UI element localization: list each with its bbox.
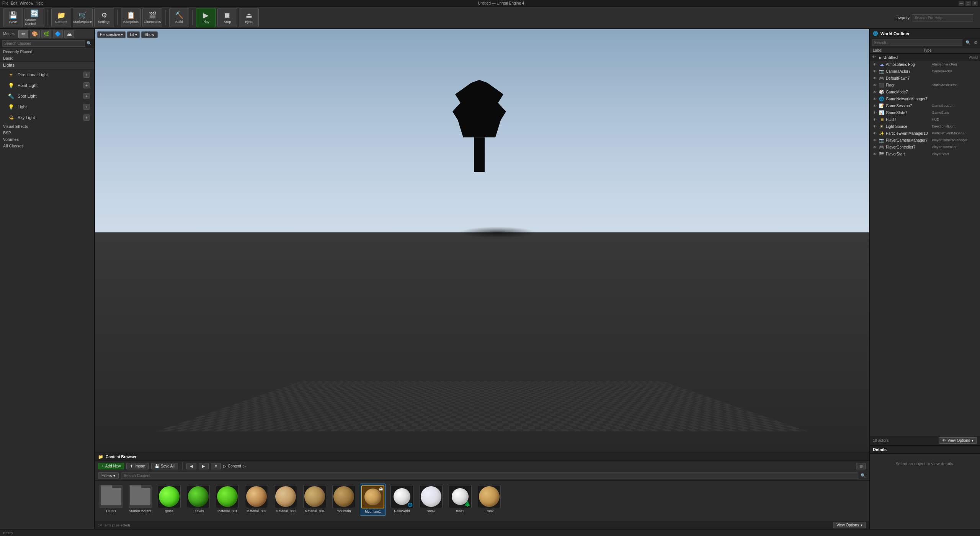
- outliner-row-gamemode[interactable]: 👁 🎲 GameMode7: [870, 88, 980, 95]
- asset-item-grass[interactable]: grass: [156, 484, 182, 515]
- settings-button[interactable]: ⚙ Settings: [94, 8, 114, 27]
- asset-item-startercontent[interactable]: StarterContent: [127, 484, 153, 515]
- asset-item-tree1[interactable]: 🌲 tree1: [447, 484, 473, 515]
- visual-effects-section[interactable]: Visual Effects: [0, 123, 94, 129]
- app-menu-file[interactable]: File: [2, 1, 8, 5]
- content-browser-content[interactable]: HLOD StarterContent: [95, 480, 869, 521]
- cb-nav-fwd[interactable]: ▶: [199, 463, 209, 469]
- title-close[interactable]: ✕: [972, 1, 978, 6]
- mode-foliage[interactable]: 🌿: [41, 30, 51, 38]
- asset-item-leaves[interactable]: Leaves: [185, 484, 211, 515]
- viewport[interactable]: Perspective ▾ Lit ▾ Show: [95, 29, 869, 453]
- panel-item-light[interactable]: 💡 Light +: [0, 101, 94, 112]
- viewport-show-button[interactable]: Show: [141, 31, 158, 38]
- asset-item-material004[interactable]: Material_004: [302, 484, 328, 515]
- outliner-row-gamestate[interactable]: 👁 📊 GameState7 GameState: [870, 109, 980, 116]
- mode-paint[interactable]: 🎨: [30, 30, 40, 38]
- asset-item-mountain[interactable]: mountain: [331, 484, 357, 515]
- point-light-label: Point Light: [18, 83, 80, 88]
- asset-item-trunk[interactable]: Trunk: [476, 484, 502, 515]
- outliner-row-atmosfog[interactable]: 👁 ☁ Atmospheric Fog AtmosphericFog: [870, 61, 980, 68]
- mode-geometry[interactable]: 🔷: [53, 30, 63, 38]
- all-classes-section[interactable]: All Classes: [0, 142, 94, 149]
- basic-section[interactable]: Basic: [0, 55, 94, 61]
- cb-maximize[interactable]: ⊞: [856, 463, 866, 469]
- content-button[interactable]: 📁 Content: [51, 8, 71, 27]
- spot-light-icon: 🔦: [8, 93, 15, 100]
- outliner-row-playercontroller[interactable]: 👁 🎮 PlayerController7 PlayerController: [870, 144, 980, 150]
- cinematics-button[interactable]: 🎬 Cinematics: [142, 8, 162, 27]
- import-button[interactable]: ⬆ Import: [126, 463, 149, 469]
- outliner-search-input[interactable]: [872, 39, 962, 46]
- save-button[interactable]: 💾 Save: [3, 8, 23, 27]
- marketplace-button[interactable]: 🛒 Marketplace: [73, 8, 93, 27]
- asset-item-newworld[interactable]: 🌐 NewWorld: [389, 484, 415, 515]
- outliner-row-playercamera[interactable]: 👁 📷 PlayerCameraManager7 PlayerCameraMan…: [870, 137, 980, 144]
- sky-light-add[interactable]: +: [83, 114, 90, 121]
- eye-floor-icon: 👁: [872, 82, 877, 88]
- volumes-section[interactable]: Volumes: [0, 136, 94, 142]
- gamestate-type: GameState: [932, 111, 978, 114]
- outliner-row-gamesession[interactable]: 👁 📝 GameSession7 GameSession: [870, 102, 980, 109]
- viewport-view-mode-dropdown[interactable]: Lit ▾: [127, 31, 140, 38]
- asset-item-material003[interactable]: Material_003: [273, 484, 299, 515]
- lights-section[interactable]: Lights: [0, 61, 94, 69]
- classes-search-input[interactable]: [2, 40, 85, 47]
- outliner-row-gamenetwork[interactable]: 👁 🌐 GameNetworkManager7: [870, 95, 980, 102]
- directional-light-add[interactable]: +: [83, 72, 90, 78]
- title-minimize[interactable]: —: [959, 1, 964, 6]
- stop-button[interactable]: ⏹ Stop: [217, 8, 237, 27]
- build-button[interactable]: 🔨 Build: [169, 8, 189, 27]
- cb-view-options[interactable]: View Options ▾: [833, 522, 866, 528]
- asset-item-snow[interactable]: Snow: [418, 484, 444, 515]
- build-icon: 🔨: [175, 12, 183, 19]
- outliner-row-hud[interactable]: 👁 🖥 HUD7 HUD: [870, 116, 980, 123]
- spot-light-add[interactable]: +: [83, 93, 90, 99]
- outliner-row-camera[interactable]: 👁 📷 CameraActor7 CameraActor: [870, 68, 980, 75]
- play-button[interactable]: ▶ Play: [196, 8, 216, 27]
- asset-item-mountain1[interactable]: 🏔 Mountain1: [360, 484, 386, 516]
- content-search-input[interactable]: [121, 472, 858, 479]
- blueprints-button[interactable]: 📋 Blueprints: [121, 8, 141, 27]
- outliner-settings-icon[interactable]: ⚙: [974, 40, 978, 45]
- filters-button[interactable]: Filters ▾: [98, 472, 119, 479]
- point-light-add[interactable]: +: [83, 82, 90, 88]
- source-control-button[interactable]: 🔄 Source Control: [24, 8, 44, 27]
- viewport-perspective-dropdown[interactable]: Perspective ▾: [97, 31, 126, 38]
- mode-landscape[interactable]: ⛰: [64, 30, 74, 38]
- recently-placed-section[interactable]: Recently Placed: [0, 48, 94, 55]
- eye-playercontroller-icon: 👁: [872, 144, 877, 150]
- bsp-section[interactable]: BSP: [0, 129, 94, 136]
- light-add[interactable]: +: [83, 104, 90, 110]
- outliner-row-playerstart[interactable]: 👁 🏁 PlayerStart PlayerStart: [870, 150, 980, 157]
- title-maximize[interactable]: □: [965, 1, 971, 6]
- world-outliner-header: 🌐 World Outliner: [870, 29, 980, 38]
- cb-nav-back[interactable]: ◀: [186, 463, 196, 469]
- app-menu-window[interactable]: Window: [20, 1, 33, 5]
- save-all-button[interactable]: 💾 Save All: [151, 463, 178, 469]
- outliner-row-defaultpawn[interactable]: 👁 🎮 DefaultPawn7: [870, 75, 980, 82]
- mode-place[interactable]: ✏: [18, 30, 28, 38]
- details-header: Details: [870, 446, 980, 454]
- col-label-header: Label: [873, 48, 923, 52]
- panel-item-spot-light[interactable]: 🔦 Spot Light +: [0, 91, 94, 101]
- blueprints-icon: 📋: [127, 12, 135, 19]
- outliner-row-floor[interactable]: 👁 ⬛ Floor StaticMeshActor: [870, 82, 980, 88]
- outliner-row-lightsource[interactable]: 👁 ☀ Light Source DirectionalLight: [870, 123, 980, 130]
- type-gamenetwork-icon: 🌐: [879, 96, 884, 101]
- eject-button[interactable]: ⏏ Eject: [239, 8, 259, 27]
- panel-item-point-light[interactable]: 💡 Point Light +: [0, 80, 94, 91]
- outliner-view-options[interactable]: 👁 View Options ▾: [939, 437, 977, 444]
- panel-item-sky-light[interactable]: 🌤 Sky Light +: [0, 112, 94, 123]
- asset-item-material001[interactable]: Material_001: [214, 484, 240, 515]
- asset-item-hlod[interactable]: HLOD: [98, 484, 124, 515]
- asset-item-material002[interactable]: Material_002: [243, 484, 270, 515]
- cb-nav-up[interactable]: ⬆: [211, 463, 221, 469]
- outliner-row-particle[interactable]: 👁 ✨ ParticleEventManager10 ParticleEvent…: [870, 130, 980, 137]
- app-menu-edit[interactable]: Edit: [11, 1, 17, 5]
- help-search[interactable]: [912, 14, 973, 21]
- panel-item-directional-light[interactable]: ☀ Directional Light +: [0, 69, 94, 80]
- outliner-row-world[interactable]: 👁 ▶ Untitled World: [870, 54, 980, 61]
- add-new-button[interactable]: + Add New: [98, 463, 124, 469]
- app-menu-help[interactable]: Help: [36, 1, 44, 5]
